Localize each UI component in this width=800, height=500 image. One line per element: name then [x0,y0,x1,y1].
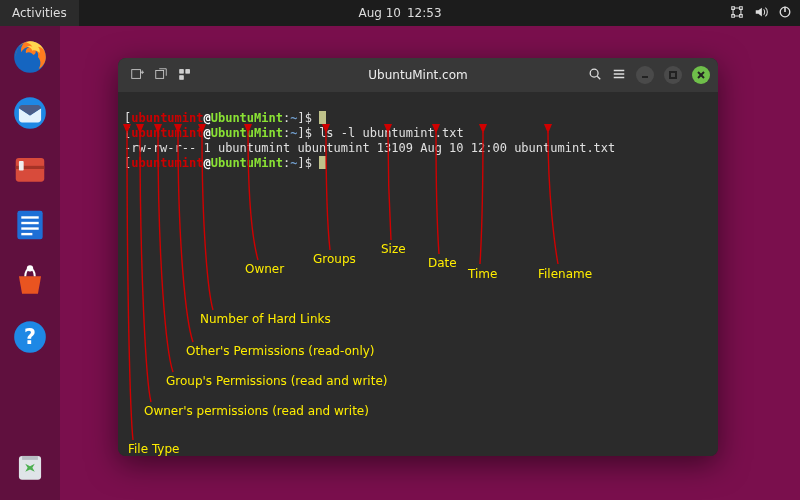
terminal-output: -rw-rw-r-- 1 ubuntumint ubuntumint 13109… [124,141,615,155]
window-title: UbuntuMint.com [368,68,467,82]
search-icon[interactable] [588,67,602,84]
annotation-size: Size [381,242,406,257]
svg-rect-22 [186,69,190,73]
network-icon[interactable] [730,5,744,22]
terminal-window: UbuntuMint.com [ubuntumint@UbuntuMint:~]… [118,58,718,456]
annotation-owner-perm: Owner's permissions (read and write) [144,404,369,419]
annotation-other-perm: Other's Permissions (read-only) [186,344,375,359]
annotation-group-perm: Group's Permissions (read and write) [166,374,387,389]
svg-rect-10 [21,227,38,229]
svg-rect-21 [180,69,184,73]
dock-app-software[interactable] [7,258,53,304]
gnome-top-bar: Activities Aug 10 12:53 [0,0,800,26]
clock-date: Aug 10 [358,6,401,20]
clock-time: 12:53 [407,6,442,20]
svg-rect-20 [156,70,164,78]
prompt-host: UbuntuMint [211,111,283,125]
new-window-icon[interactable] [154,67,168,84]
annotation-time: Time [468,267,497,282]
annotation-groups: Groups [313,252,356,267]
svg-rect-11 [21,233,32,235]
clock[interactable]: Aug 10 12:53 [358,0,441,26]
system-tray[interactable] [730,0,792,26]
window-titlebar[interactable]: UbuntuMint.com [118,58,718,92]
svg-rect-9 [21,222,38,224]
activities-button[interactable]: Activities [0,0,79,26]
annotation-hardlinks: Number of Hard Links [200,312,331,327]
terminal-command: ls -l ubuntumint.txt [319,126,464,140]
annotation-owner: Owner [245,262,284,277]
annotation-filetype: File Type [128,442,179,456]
svg-rect-30 [670,72,676,78]
annotation-filename: Filename [538,267,592,282]
power-icon[interactable] [778,5,792,22]
terminal-body[interactable]: [ubuntumint@UbuntuMint:~]$ [ubuntumint@U… [118,92,718,456]
svg-point-12 [27,265,33,271]
minimize-button[interactable] [636,66,654,84]
cursor-icon [319,156,326,169]
svg-rect-8 [21,216,38,218]
close-button[interactable] [692,66,710,84]
svg-rect-16 [22,456,38,460]
volume-icon[interactable] [754,5,768,22]
svg-line-25 [597,76,600,79]
dock-app-firefox[interactable] [7,34,53,80]
dock-app-writer[interactable] [7,202,53,248]
menu-dots-icon[interactable] [178,67,192,84]
svg-rect-23 [180,75,184,79]
cursor-icon [319,111,326,124]
dock: ? [0,26,60,500]
prompt-user: ubuntumint [131,111,203,125]
prompt-at: @ [203,111,210,125]
dock-app-files[interactable] [7,146,53,192]
new-tab-icon[interactable] [130,67,144,84]
svg-rect-6 [19,161,24,171]
dock-app-trash[interactable] [7,444,53,490]
maximize-button[interactable] [664,66,682,84]
svg-text:?: ? [24,325,36,349]
svg-rect-17 [132,69,141,78]
hamburger-icon[interactable] [612,67,626,84]
annotation-date: Date [428,256,457,271]
dock-app-thunderbird[interactable] [7,90,53,136]
dock-app-help[interactable]: ? [7,314,53,360]
svg-point-24 [590,69,598,77]
